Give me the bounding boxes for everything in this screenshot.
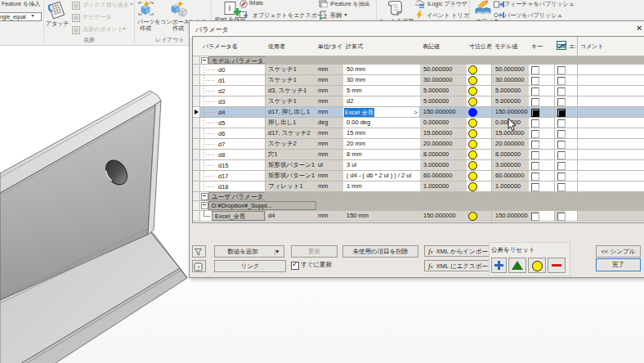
svg-text:?: ? bbox=[196, 264, 200, 271]
svg-text:i: i bbox=[229, 3, 231, 12]
